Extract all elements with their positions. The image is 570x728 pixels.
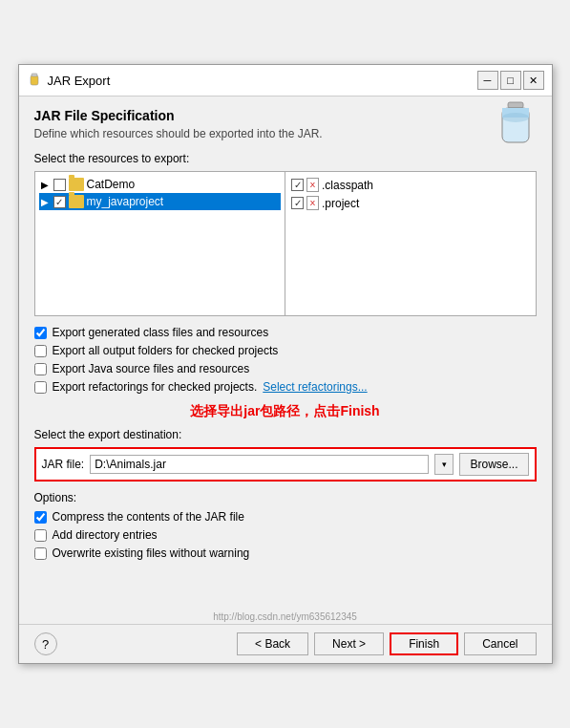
tree-arrow-catdemo: ▶ [41, 180, 51, 190]
title-bar-left: JAR Export [27, 73, 111, 88]
page-header: JAR File Specification Define which reso… [34, 108, 537, 140]
spacer [34, 569, 537, 598]
file-icon-classpath: X [306, 178, 319, 192]
resource-left-panel: ▶ CatDemo ▶ my_javaproject [35, 172, 286, 315]
option-row-2: Export all output folders for checked pr… [34, 344, 537, 357]
resource-right-panel: X .classpath X .project [285, 172, 536, 315]
option-row-1: Export generated class files and resourc… [34, 326, 537, 339]
svg-rect-0 [31, 75, 38, 85]
jar-dropdown-arrow[interactable]: ▾ [434, 454, 454, 475]
back-button[interactable]: < Back [237, 632, 308, 655]
maximize-button[interactable]: □ [500, 71, 521, 90]
directory-label: Add directory entries [53, 528, 158, 542]
checkbox-classpath[interactable] [291, 179, 304, 191]
jar-options-section: Options: Compress the contents of the JA… [34, 491, 537, 560]
file-icon-project: X [306, 196, 319, 210]
option-row-3: Export Java source files and resources [34, 362, 537, 375]
option-label-1: Export generated class files and resourc… [53, 326, 269, 339]
jar-icon-decoration [495, 100, 537, 153]
svg-rect-1 [32, 74, 37, 76]
minimize-button[interactable]: ─ [477, 71, 498, 90]
finish-button[interactable]: Finish [390, 632, 458, 655]
checkbox-javaproject[interactable] [53, 196, 66, 208]
tree-label-project: .project [322, 197, 359, 210]
checkbox-catdemo[interactable] [53, 179, 66, 191]
help-button[interactable]: ? [34, 632, 57, 655]
select-refactorings-link[interactable]: Select refactorings... [263, 380, 367, 394]
checkbox-project[interactable] [291, 197, 304, 209]
option-label-2: Export all output folders for checked pr… [53, 344, 279, 357]
checkbox-directory[interactable] [34, 529, 47, 542]
tree-label-classpath: .classpath [322, 179, 373, 192]
title-bar-controls: ─ □ ✕ [477, 71, 544, 90]
checkbox-class-files[interactable] [34, 327, 47, 339]
overwrite-option-row: Overwrite existing files without warning [34, 546, 537, 560]
jar-file-row: JAR file: ▾ Browse... [34, 447, 537, 482]
jar-svg-icon [495, 100, 537, 150]
tree-item-catdemo[interactable]: ▶ CatDemo [39, 176, 282, 193]
page-title: JAR File Specification [34, 108, 537, 123]
svg-rect-2 [508, 102, 523, 108]
next-button[interactable]: Next > [314, 632, 384, 655]
checkbox-compress[interactable] [34, 511, 47, 524]
overwrite-label: Overwrite existing files without warning [53, 546, 250, 560]
directory-option-row: Add directory entries [34, 528, 537, 542]
checkbox-source-files[interactable] [34, 363, 47, 375]
folder-icon-catdemo [69, 178, 84, 191]
destination-section: Select the export destination: JAR file:… [34, 428, 537, 482]
svg-point-5 [502, 113, 529, 122]
tree-item-classpath[interactable]: X .classpath [289, 176, 532, 194]
export-options-section: Export generated class files and resourc… [34, 326, 537, 394]
checkbox-overwrite[interactable] [34, 547, 47, 560]
jar-title-icon [27, 73, 42, 88]
title-bar: JAR Export ─ □ ✕ [19, 65, 552, 96]
close-button[interactable]: ✕ [523, 71, 544, 90]
option-label-4: Export refactorings for checked projects… [53, 380, 258, 394]
checkbox-output-folders[interactable] [34, 345, 47, 357]
page-subtitle: Define which resources should be exporte… [34, 127, 537, 140]
resources-section-label: Select the resources to export: [34, 152, 537, 165]
folder-icon-javaproject [69, 195, 84, 208]
options-label: Options: [34, 491, 537, 504]
tree-item-project[interactable]: X .project [289, 194, 532, 212]
tree-label-catdemo: CatDemo [87, 178, 136, 191]
destination-label: Select the export destination: [34, 428, 537, 441]
option-label-3: Export Java source files and resources [53, 362, 250, 375]
footer-buttons: < Back Next > Finish Cancel [237, 632, 536, 655]
browse-button[interactable]: Browse... [459, 453, 528, 476]
checkbox-refactorings[interactable] [34, 381, 47, 394]
jar-file-input[interactable] [90, 455, 429, 474]
jar-export-window: JAR Export ─ □ ✕ JAR File Specification … [18, 64, 553, 664]
watermark-area: http://blog.csdn.net/ym635612345 [19, 610, 552, 624]
cancel-button[interactable]: Cancel [464, 632, 536, 655]
window-title: JAR Export [48, 74, 111, 88]
tree-label-javaproject: my_javaproject [87, 195, 164, 208]
resource-panel: ▶ CatDemo ▶ my_javaproject X [34, 171, 537, 316]
option-row-4: Export refactorings for checked projects… [34, 380, 537, 394]
compress-label: Compress the contents of the JAR file [53, 510, 244, 524]
content-area: JAR File Specification Define which reso… [19, 96, 552, 610]
compress-option-row: Compress the contents of the JAR file [34, 510, 537, 524]
footer: ? < Back Next > Finish Cancel [19, 624, 552, 663]
tree-arrow-javaproject: ▶ [41, 197, 51, 207]
jar-file-label: JAR file: [42, 458, 85, 471]
tree-item-javaproject[interactable]: ▶ my_javaproject [39, 193, 282, 210]
annotation-text: 选择导出jar包路径，点击Finish [34, 403, 537, 420]
